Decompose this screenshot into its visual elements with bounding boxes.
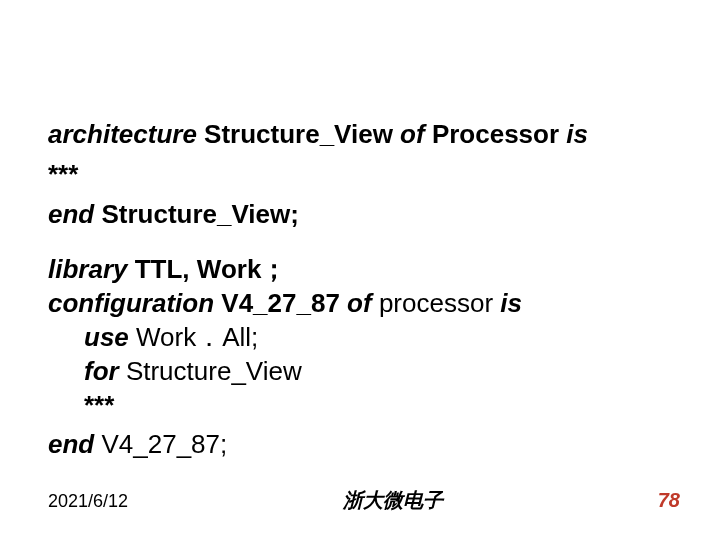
code-line-3: end Structure_View; [48,198,680,232]
kw-configuration: configuration [48,288,214,318]
footer-center: 浙大微电子 [128,487,658,514]
code-line-2: *** [48,158,680,192]
footer-date: 2021/6/12 [48,491,128,512]
code-line-8: *** [48,389,680,423]
code-line-6: use Work．All; [48,321,680,355]
kw-library: library [48,254,128,284]
code-line-9: end V4_27_87; [48,428,680,462]
code-line-1: architecture Structure_View of Processor… [48,118,680,152]
code-line-7: for Structure_View [48,355,680,389]
slide-footer: 2021/6/12 浙大微电子 78 [48,487,680,514]
kw-use: use [84,322,129,352]
text-v4-end: V4_27_87; [94,429,227,459]
text-v4-name: V4_27_87 [214,288,347,318]
text-processor-2: processor [372,288,501,318]
kw-of-2: of [347,288,372,318]
text-processor: Processor [425,119,567,149]
kw-of: of [400,119,425,149]
kw-is: is [566,119,588,149]
kw-is-2: is [500,288,522,318]
text-structureview-end: Structure_View; [94,199,299,229]
code-line-5: configuration V4_27_87 of processor is [48,287,680,321]
kw-architecture: architecture [48,119,197,149]
text-structureview: Structure_View [197,119,400,149]
slide-body: architecture Structure_View of Processor… [48,118,680,462]
kw-for: for [84,356,119,386]
text-workall: Work．All; [129,322,259,352]
kw-end: end [48,199,94,229]
code-line-4: library TTL, Work； [48,253,680,287]
slide: architecture Structure_View of Processor… [0,0,720,540]
kw-end-2: end [48,429,94,459]
text-ttlwork: TTL, Work； [128,254,288,284]
footer-page-number: 78 [658,489,680,512]
text-structureview-for: Structure_View [119,356,302,386]
spacer [48,231,680,253]
